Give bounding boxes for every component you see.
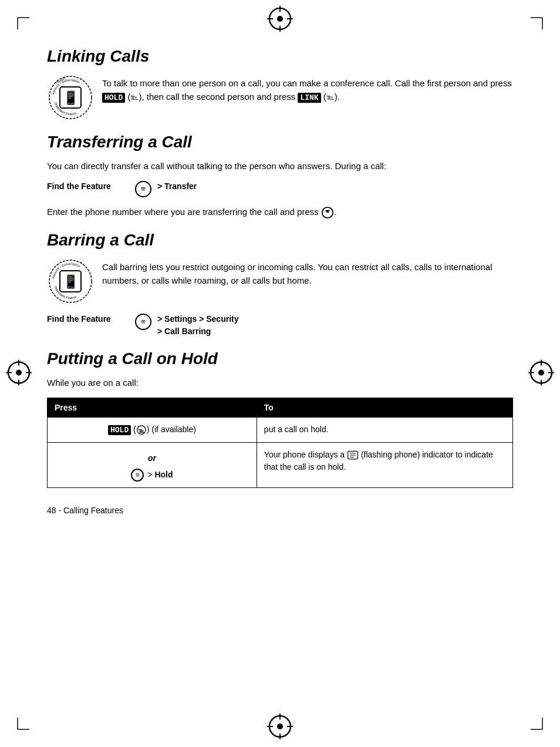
barring-network-badge: Network / Subscription Dependent Feature… <box>47 258 94 305</box>
hold-table: Press To HOLD (℡) (if available) put a c… <box>47 398 513 488</box>
hold-call-title: Putting a Call on Hold <box>47 349 513 368</box>
svg-text:📱: 📱 <box>63 90 79 106</box>
svg-point-7 <box>277 724 283 729</box>
barring-find-feature-label: Find the Feature <box>47 313 129 324</box>
svg-point-19 <box>538 370 544 376</box>
transferring-find-feature-label: Find the Feature <box>47 180 129 191</box>
hold-press-2: or ≡ > Hold <box>48 442 257 487</box>
hold-press-1: HOLD (℡) (if available) <box>48 418 257 443</box>
transferring-call-title: Transferring a Call <box>47 133 513 152</box>
hold-to-1: put a call on hold. <box>257 418 512 443</box>
svg-point-1 <box>277 16 283 22</box>
svg-text:℡: ℡ <box>137 428 144 434</box>
hold-to-2: Your phone displays a (flashing phone) i… <box>257 442 512 487</box>
corner-mark-top-left <box>12 12 35 35</box>
corner-mark-bottom-left <box>12 712 35 735</box>
network-subscription-badge: Network Network / Subscription Dependent… <box>47 74 94 121</box>
transferring-intro: You can directly transfer a call without… <box>47 160 513 173</box>
transferring-footer: Enter the phone number where you are tra… <box>47 206 513 219</box>
hold-intro: While you are on a call: <box>47 376 513 390</box>
barring-path: > Settings > Security > Call Barring <box>157 313 513 338</box>
corner-mark-top-right <box>525 12 548 35</box>
barring-calls-body: Call barring lets you restrict outgoing … <box>102 258 513 288</box>
hold-menu-icon: ≡ <box>131 469 144 482</box>
right-center-reg-mark <box>528 360 554 388</box>
hold-table-col2-header: To <box>257 398 512 418</box>
transferring-find-feature-row: Find the Feature ≡ > Transfer <box>47 180 513 197</box>
left-center-reg-mark <box>6 360 32 388</box>
hold-menu-path: > Hold <box>147 469 173 481</box>
linking-calls-body: To talk to more than one person on a cal… <box>102 74 513 104</box>
table-row: HOLD (℡) (if available) put a call on ho… <box>48 418 513 443</box>
svg-text:📱: 📱 <box>63 274 79 290</box>
transferring-path: > Transfer <box>157 180 513 193</box>
barring-find-feature-row: Find the Feature ≡ > Settings > Security… <box>47 313 513 338</box>
menu-hold-row: ≡ > Hold <box>55 468 249 482</box>
corner-mark-bottom-right <box>525 712 548 735</box>
linking-feature-row: Network Network / Subscription Dependent… <box>47 74 513 121</box>
or-text: or <box>55 452 249 465</box>
linking-calls-title: Linking Calls <box>47 47 513 66</box>
barring-menu-icon: ≡ <box>135 314 151 330</box>
barring-feature-row: Network / Subscription Dependent Feature… <box>47 258 513 305</box>
transferring-menu-icon: ≡ <box>135 181 151 197</box>
top-center-reg-mark <box>267 6 293 33</box>
svg-point-38 <box>322 207 333 217</box>
barring-call-title: Barring a Call <box>47 231 513 250</box>
table-row: or ≡ > Hold Your phone displays a (flash… <box>48 442 513 487</box>
bottom-center-reg-mark <box>267 714 293 741</box>
page: Linking Calls Network Network / Subscrip… <box>0 0 560 747</box>
svg-point-13 <box>16 370 22 376</box>
page-footer: 48 - Calling Features <box>47 506 513 515</box>
hold-table-col1-header: Press <box>48 398 257 418</box>
